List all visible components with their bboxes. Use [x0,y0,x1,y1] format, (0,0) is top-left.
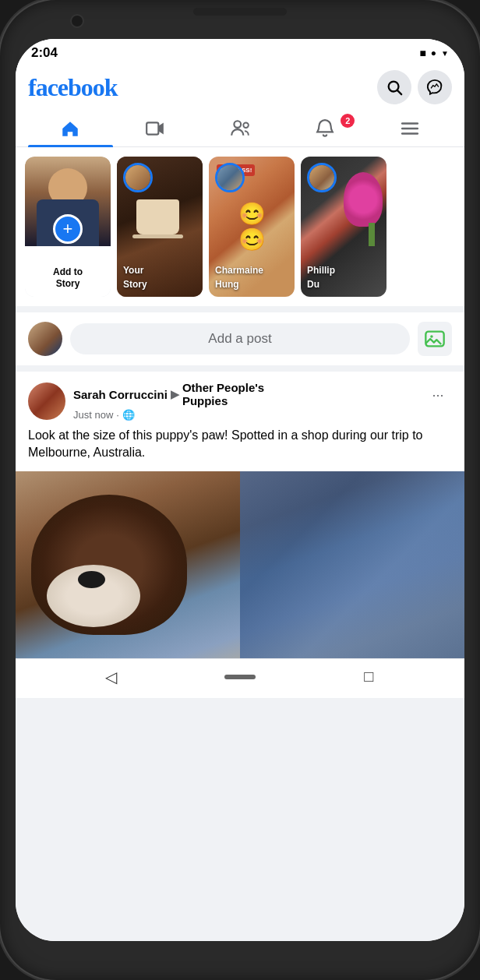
post-header-left: Sarah Corruccini ▶ Other People'sPuppies… [28,381,264,421]
status-icons: ■ ● ▼ [419,47,449,59]
facebook-header: facebook [16,64,464,147]
post-arrow: ▶ [171,388,179,400]
svg-line-1 [397,90,401,94]
your-story-overlay: YourStory [117,157,203,297]
composer-avatar [28,322,62,356]
svg-point-3 [234,121,241,128]
your-story-text: YourStory [123,263,196,291]
front-camera [70,14,84,28]
post-header: Sarah Corruccini ▶ Other People'sPuppies… [16,372,464,427]
screen-content: 2:04 ■ ● ▼ facebook [16,39,464,941]
post-author-info: Sarah Corruccini ▶ Other People'sPuppies… [73,381,264,421]
home-icon [60,118,80,139]
your-story-label: YourStory [123,265,147,290]
svg-rect-2 [146,122,158,134]
photo-upload-button[interactable] [418,322,452,356]
post-time: Just now [73,409,113,421]
post-meta: Just now · 🌐 [73,409,264,421]
nav-people[interactable] [198,111,283,146]
charmaine-story-label: CharmaineHung [215,265,263,290]
recents-button[interactable]: □ [349,665,388,689]
status-bar: 2:04 ■ ● ▼ [16,39,464,64]
menu-icon [400,118,420,139]
svg-point-4 [243,122,249,128]
add-story-plus: + [53,214,83,244]
facebook-logo: facebook [28,73,118,102]
svg-point-9 [430,335,433,338]
post-author-name: Sarah Corruccini ▶ Other People'sPuppies [73,381,264,407]
phone-frame: 2:04 ■ ● ▼ facebook [0,0,480,980]
post-text: Look at the size of this puppy's paw! Sp… [16,427,464,471]
header-actions [377,70,452,104]
phillip-avatar [307,163,337,192]
people-icon [230,118,250,139]
add-story-label: Add toStory [50,266,86,291]
header-top: facebook [28,70,452,104]
phillip-story-text: PhillipDu [307,263,380,291]
battery-icon: ■ [419,47,425,59]
phillip-story-card[interactable]: PhillipDu [301,157,386,297]
post-more-button[interactable]: ··· [424,381,452,409]
nav-video[interactable] [113,111,198,146]
main-nav: 2 [28,111,452,146]
phone-screen: 2:04 ■ ● ▼ facebook [16,39,464,941]
signal-dot-icon: ● [431,48,436,58]
charmaine-avatar [215,163,245,192]
video-icon [145,118,165,139]
phillip-story-label: PhillipDu [307,265,335,290]
messenger-button[interactable] [418,70,452,104]
back-icon: ◁ [105,668,117,686]
nav-menu[interactable] [367,111,452,146]
status-time: 2:04 [31,45,58,61]
search-icon [386,79,403,96]
speaker-grille [193,8,287,16]
post-privacy-icon: 🌐 [122,409,135,421]
nav-notifications[interactable]: 2 [282,111,367,146]
home-button[interactable] [221,665,259,689]
phone-top [0,8,480,16]
notification-badge: 2 [341,114,355,128]
add-story-card[interactable]: + Add toStory [25,157,111,297]
home-pill-icon [224,675,256,679]
charmaine-story-card[interactable]: 😊😊 SUCCESS! CharmaineHung [209,157,295,297]
add-post-button[interactable]: Add a post [70,323,410,354]
signal-triangle-icon: ▼ [441,49,449,58]
recents-icon: □ [364,668,373,686]
stories-section: + Add toStory [16,147,464,312]
android-bottom-nav: ◁ □ [16,658,464,698]
post-group-name[interactable]: Other People'sPuppies [182,381,264,407]
post-author-avatar [28,382,65,420]
photo-icon [424,328,446,350]
back-button[interactable]: ◁ [92,665,131,689]
post-composer: Add a post [16,312,464,372]
stories-scroll: + Add toStory [16,157,464,297]
bell-icon [315,118,335,139]
search-button[interactable] [377,70,411,104]
post-separator: · [116,409,119,421]
charmaine-story-text: CharmaineHung [215,263,288,291]
phillip-story-overlay: PhillipDu [301,157,386,297]
your-story-avatar [123,163,153,192]
nav-home[interactable] [28,111,113,146]
your-story-card[interactable]: YourStory [117,157,203,297]
author-name-text[interactable]: Sarah Corruccini [73,388,168,401]
charmaine-story-overlay: CharmaineHung [209,157,295,297]
post-image [16,471,464,658]
post-card: Sarah Corruccini ▶ Other People'sPuppies… [16,372,464,658]
messenger-icon [426,79,443,96]
